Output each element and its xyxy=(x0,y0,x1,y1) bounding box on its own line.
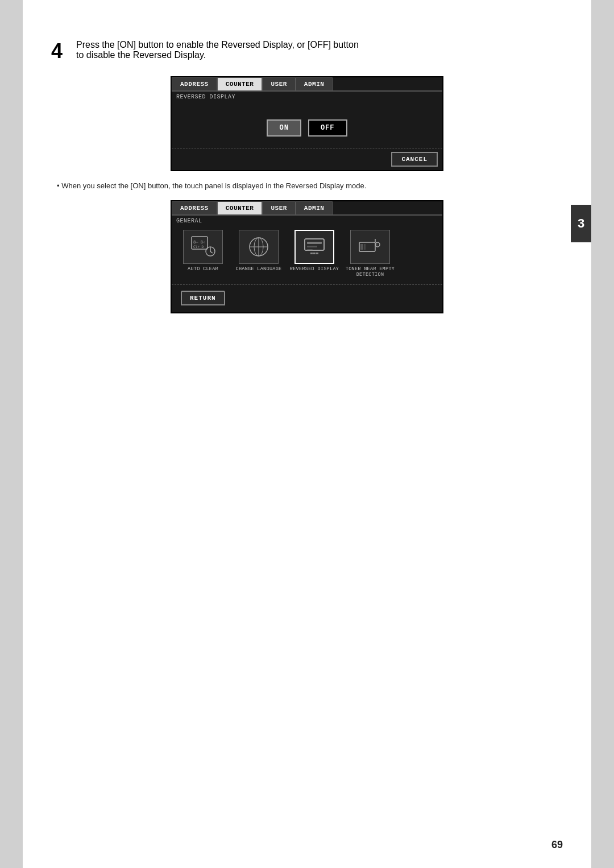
toner-icon: ! xyxy=(350,230,390,264)
tab-user-1[interactable]: USER xyxy=(262,77,295,90)
off-button[interactable]: OFF xyxy=(308,119,347,137)
grid-item-auto-clear[interactable]: 8— 8‹ Clr D AUTO CLEAR xyxy=(177,230,229,278)
tab-address-1[interactable]: ADDRESS xyxy=(172,77,217,90)
reversed-display-label: REVERSED DISPLAY xyxy=(290,266,339,272)
on-off-row: ON OFF xyxy=(183,119,431,137)
tab-bar-1: ADDRESS COUNTER USER ADMIN xyxy=(172,77,442,92)
svg-rect-14 xyxy=(316,253,318,254)
on-button[interactable]: ON xyxy=(267,119,301,137)
grid-item-reversed-display[interactable]: REVERSED DISPLAY xyxy=(289,230,340,278)
tab-user-2[interactable]: USER xyxy=(262,201,295,214)
panel2-footer: RETURN xyxy=(172,284,442,312)
svg-rect-13 xyxy=(313,253,316,254)
svg-text:Clr D: Clr D xyxy=(193,245,204,249)
svg-rect-11 xyxy=(307,249,313,250)
panel1-section-label: REVERSED DISPLAY xyxy=(172,92,442,101)
step-text-line1: Press the [ON] button to enable the Reve… xyxy=(76,40,359,50)
step-number: 4 xyxy=(51,40,72,63)
step-text-line2: to disable the Reversed Display. xyxy=(76,50,359,60)
svg-text:!: ! xyxy=(376,243,377,247)
page-number: 69 xyxy=(551,839,563,851)
step-heading: 4 Press the [ON] button to enable the Re… xyxy=(51,40,563,63)
tab-address-2[interactable]: ADDRESS xyxy=(172,201,217,214)
svg-rect-9 xyxy=(307,242,322,244)
panel2-section-label: GENERAL xyxy=(172,216,442,225)
cancel-button[interactable]: CANCEL xyxy=(391,152,438,167)
panel1: ADDRESS COUNTER USER ADMIN REVERSED DISP… xyxy=(171,76,443,171)
language-label: CHANGE LANGUAGE xyxy=(235,266,281,272)
panel1-footer: CANCEL xyxy=(172,148,442,170)
svg-text:8— 8‹: 8— 8‹ xyxy=(193,240,205,245)
tab-counter-1[interactable]: COUNTER xyxy=(217,77,263,90)
auto-clear-label: AUTO CLEAR xyxy=(188,266,218,272)
grid-item-language[interactable]: CHANGE LANGUAGE xyxy=(233,230,284,278)
tab-admin-2[interactable]: ADMIN xyxy=(296,201,333,214)
panel2: ADDRESS COUNTER USER ADMIN GENERAL 8— 8‹… xyxy=(171,200,443,313)
svg-rect-10 xyxy=(307,246,317,247)
auto-clear-icon: 8— 8‹ Clr D xyxy=(183,230,223,264)
svg-rect-17 xyxy=(364,244,366,250)
panel1-body: ON OFF xyxy=(172,101,442,148)
step-text: Press the [ON] button to enable the Reve… xyxy=(76,40,359,60)
tab-admin-1[interactable]: ADMIN xyxy=(296,77,333,90)
side-tab: 3 xyxy=(571,205,591,242)
grid-item-toner[interactable]: ! TONER NEAR EMPTY DETECTION xyxy=(345,230,396,278)
panel2-grid: 8— 8‹ Clr D AUTO CLEAR xyxy=(172,225,442,284)
toner-label: TONER NEAR EMPTY DETECTION xyxy=(345,266,396,278)
return-button[interactable]: RETURN xyxy=(181,291,225,305)
note-text: When you select the [ON] button, the tou… xyxy=(51,180,563,192)
svg-rect-12 xyxy=(310,253,313,254)
tab-bar-2: ADDRESS COUNTER USER ADMIN xyxy=(172,201,442,216)
language-icon xyxy=(239,230,279,264)
reversed-display-icon xyxy=(294,230,334,264)
svg-rect-8 xyxy=(305,239,324,250)
svg-rect-16 xyxy=(360,244,363,250)
tab-counter-2[interactable]: COUNTER xyxy=(217,201,263,214)
